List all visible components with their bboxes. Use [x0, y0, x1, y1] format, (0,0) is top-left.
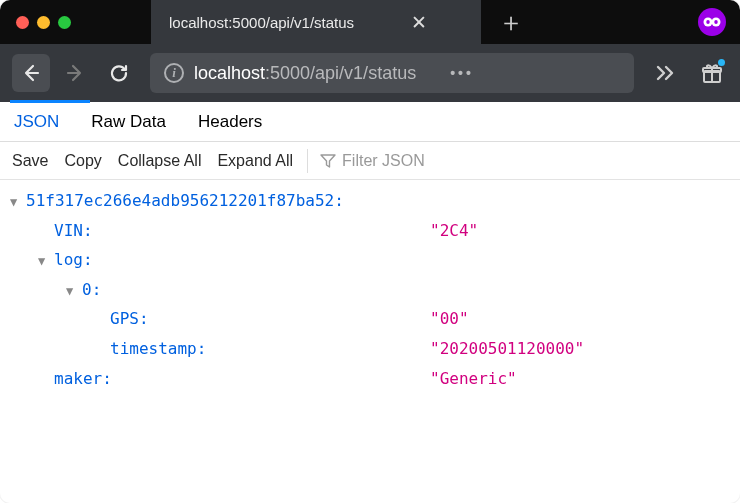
close-window-button[interactable]	[16, 16, 29, 29]
traffic-lights	[16, 16, 71, 29]
toggle-icon[interactable]: ▼	[38, 250, 54, 272]
json-node-maker[interactable]: maker: "Generic"	[10, 364, 730, 394]
json-node-0[interactable]: ▼ 0:	[10, 275, 730, 305]
new-tab-button[interactable]: ＋	[497, 8, 525, 36]
json-value: "2C4"	[430, 216, 478, 246]
forward-button[interactable]	[56, 54, 94, 92]
json-toolbar: Save Copy Collapse All Expand All	[0, 142, 740, 180]
notification-dot	[718, 59, 725, 66]
json-key: log:	[54, 245, 93, 275]
toggle-icon[interactable]: ▼	[10, 191, 26, 213]
extension-badge[interactable]	[698, 8, 726, 36]
filter-input[interactable]	[342, 152, 502, 170]
copy-button[interactable]: Copy	[64, 152, 101, 170]
chevrons-right-icon	[653, 61, 677, 85]
expand-all-button[interactable]: Expand All	[217, 152, 293, 170]
mask-icon	[702, 16, 722, 28]
tab-raw-data[interactable]: Raw Data	[89, 104, 168, 140]
tab-headers[interactable]: Headers	[196, 104, 264, 140]
json-key: maker:	[54, 364, 112, 394]
arrow-right-icon	[65, 63, 85, 83]
collapse-all-button[interactable]: Collapse All	[118, 152, 202, 170]
tab-json[interactable]: JSON	[12, 104, 61, 140]
active-tab-underline	[10, 100, 90, 103]
json-key: timestamp:	[110, 334, 206, 364]
svg-rect-2	[710, 20, 715, 24]
site-info-icon[interactable]: i	[164, 63, 184, 83]
viewer-tabs: JSON Raw Data Headers	[0, 102, 740, 142]
json-key: 51f317ec266e4adb956212201f87ba52:	[26, 186, 344, 216]
json-key: VIN:	[54, 216, 93, 246]
overflow-menu-button[interactable]	[650, 58, 680, 88]
arrow-left-icon	[21, 63, 41, 83]
toggle-icon[interactable]: ▼	[66, 280, 82, 302]
minimize-window-button[interactable]	[37, 16, 50, 29]
json-value: "20200501120000"	[430, 334, 584, 364]
json-node-gps[interactable]: GPS: "00"	[10, 304, 730, 334]
json-node-log[interactable]: ▼ log:	[10, 245, 730, 275]
close-tab-button[interactable]: ✕	[409, 12, 429, 32]
svg-point-3	[706, 20, 710, 24]
json-key: 0:	[82, 275, 101, 305]
window-titlebar: localhost:5000/api/v1/status ✕ ＋	[0, 0, 740, 44]
page-actions-button[interactable]: •••	[450, 65, 474, 81]
tab-title: localhost:5000/api/v1/status	[169, 14, 354, 31]
json-value: "00"	[430, 304, 469, 334]
json-tree: ▼ 51f317ec266e4adb956212201f87ba52: VIN:…	[0, 180, 740, 403]
browser-tab[interactable]: localhost:5000/api/v1/status ✕	[151, 0, 481, 44]
json-value: "Generic"	[430, 364, 517, 394]
url-host: localhost	[194, 63, 265, 83]
filter-wrap	[320, 152, 502, 170]
reload-button[interactable]	[100, 54, 138, 92]
save-button[interactable]: Save	[12, 152, 48, 170]
url-path: :5000/api/v1/status	[265, 63, 416, 83]
reload-icon	[109, 63, 129, 83]
zoom-window-button[interactable]	[58, 16, 71, 29]
url-text: localhost:5000/api/v1/status	[194, 63, 416, 84]
json-node-vin[interactable]: VIN: "2C4"	[10, 216, 730, 246]
browser-navbar: i localhost:5000/api/v1/status •••	[0, 44, 740, 102]
json-node-root[interactable]: ▼ 51f317ec266e4adb956212201f87ba52:	[10, 186, 730, 216]
toolbar-divider	[307, 149, 308, 173]
json-key: GPS:	[110, 304, 149, 334]
back-button[interactable]	[12, 54, 50, 92]
json-node-timestamp[interactable]: timestamp: "20200501120000"	[10, 334, 730, 364]
funnel-icon	[320, 153, 336, 169]
url-bar[interactable]: i localhost:5000/api/v1/status •••	[150, 53, 634, 93]
svg-point-4	[714, 20, 718, 24]
whats-new-button[interactable]	[696, 57, 728, 89]
